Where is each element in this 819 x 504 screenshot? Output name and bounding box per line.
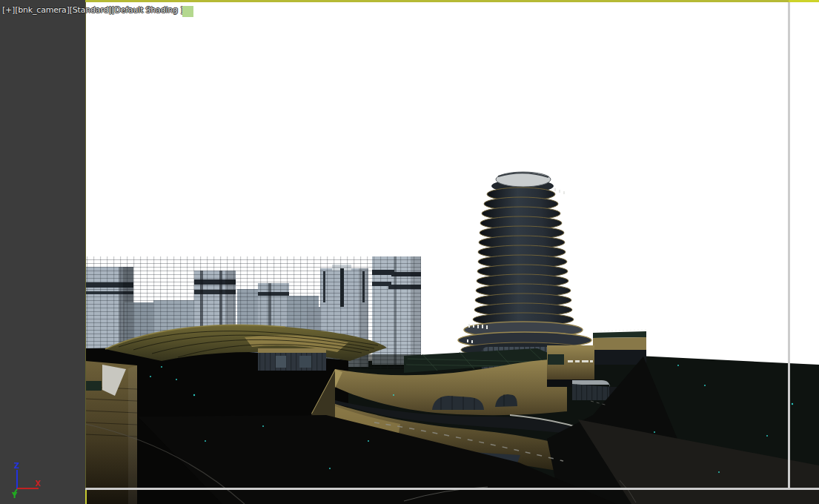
render-safe-frame-vertical-line (788, 2, 790, 488)
viewport-label: [+][bnk_camera][Standard][Default Shadin… (2, 5, 183, 15)
world-axis-gizmo: Z X Y (0, 415, 85, 504)
render-safe-frame-horizontal-line (85, 488, 819, 490)
active-viewport-border-top-right (789, 0, 819, 2)
x-axis-label: X (35, 480, 41, 488)
active-viewport-border-left (85, 2, 86, 488)
z-axis-label: Z (14, 462, 19, 470)
active-viewport-border-left-bottom (85, 490, 87, 504)
color-swatch-indicator (182, 6, 193, 17)
side-viewport-panel[interactable]: Z X Y (0, 0, 86, 504)
application-window: Z X Y [+][bnk_camera][Standard][Default … (0, 0, 819, 504)
mall-right-deck (593, 330, 646, 365)
viewport-camera-menu[interactable]: [bnk_camera] (15, 5, 70, 15)
active-viewport-border-top (85, 0, 789, 2)
viewport-shading-menu[interactable]: [Default Shading ] (111, 5, 183, 15)
viewport-renderer-menu[interactable]: [Standard] (70, 5, 112, 15)
y-axis-label: Y (11, 491, 18, 500)
scene-render (85, 0, 819, 504)
viewport-general-menu[interactable]: [+] (2, 5, 15, 15)
camera-viewport[interactable] (85, 0, 819, 504)
